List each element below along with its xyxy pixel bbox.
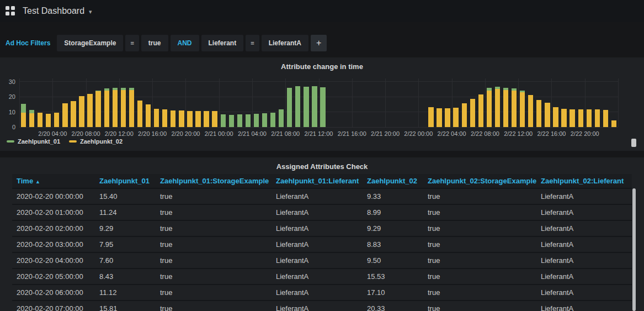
- table-header-cell[interactable]: Zaehlpunkt_02:Lieferant: [536, 174, 632, 188]
- chart-bar-Zaehlpunkt_02: [179, 110, 184, 127]
- chart-bar-Zaehlpunkt_02: [578, 109, 583, 127]
- table-cell: 7.95: [95, 236, 156, 252]
- table-cell: LieferantA: [536, 188, 632, 204]
- top-bar: Test Dashboard ▾: [0, 0, 644, 22]
- table-header-cell[interactable]: Zaehlpunkt_01:StorageExample: [156, 174, 272, 188]
- filter-key[interactable]: StorageExample: [57, 35, 123, 51]
- x-axis-tick-label: 2/21 00:00: [205, 130, 233, 137]
- filter-key[interactable]: Lieferant: [201, 35, 244, 51]
- adhoc-filter-bar: Ad Hoc Filters StorageExample=trueANDLie…: [6, 34, 644, 52]
- chart-bar-Zaehlpunkt_02: [520, 92, 525, 127]
- x-axis-tick-label: 2/21 08:00: [271, 130, 300, 137]
- chart-bar-Zaehlpunkt_02: [62, 103, 67, 127]
- table-cell: true: [423, 236, 536, 252]
- table-row: 2020-02-20 01:00:0011.24trueLieferantA8.…: [12, 204, 632, 220]
- chart-bar-Zaehlpunkt_02: [470, 99, 475, 127]
- table-header-cell[interactable]: Zaehlpunkt_01:Lieferant: [272, 174, 363, 188]
- chart-bar-Zaehlpunkt_01: [246, 114, 251, 127]
- table-cell: true: [156, 252, 272, 268]
- chart-panel-title[interactable]: Attribute change in time: [0, 57, 644, 71]
- table-cell: 8.99: [363, 204, 423, 220]
- v-gridline: [585, 78, 586, 127]
- chart-bar-Zaehlpunkt_02: [195, 111, 200, 127]
- table-cell: LieferantA: [272, 204, 363, 220]
- table-cell: 15.53: [363, 268, 423, 284]
- attributes-table: Time▲Zaehlpunkt_01Zaehlpunkt_01:StorageE…: [12, 174, 632, 311]
- chart-bar-Zaehlpunkt_01: [320, 87, 325, 127]
- table-cell: LieferantA: [272, 220, 363, 236]
- chart-bar-Zaehlpunkt_02: [437, 108, 441, 127]
- filter-operator[interactable]: =: [246, 35, 259, 51]
- filter-condition-operator[interactable]: AND: [171, 35, 199, 51]
- legend-series-label: Zaehlpunkt_01: [18, 138, 60, 145]
- v-gridline: [618, 78, 619, 127]
- chart-bar-Zaehlpunkt_02: [38, 113, 42, 127]
- chart-panel: Attribute change in time Zaehlpunkt_01Za…: [0, 57, 644, 151]
- table-cell: true: [423, 188, 536, 204]
- table-scrollbar-thumb[interactable]: [632, 188, 636, 311]
- table-panel: Assigned Attributes Check Time▲Zaehlpunk…: [0, 157, 644, 311]
- chart-bar-Zaehlpunkt_02: [462, 103, 467, 127]
- chart-bar-Zaehlpunkt_02: [95, 91, 100, 127]
- chart-bar-Zaehlpunkt_02: [503, 90, 508, 127]
- chart-bar-Zaehlpunkt_02: [204, 111, 209, 127]
- filter-operator[interactable]: =: [125, 35, 139, 51]
- legend-item-Zaehlpunkt_02[interactable]: Zaehlpunkt_02: [69, 138, 123, 145]
- table-header-cell[interactable]: Zaehlpunkt_02: [363, 174, 423, 188]
- table-row: 2020-02-20 07:00:0015.81trueLieferantA20…: [12, 301, 632, 311]
- chart-bar-Zaehlpunkt_02: [453, 108, 458, 127]
- apps-menu-icon[interactable]: [6, 6, 15, 16]
- v-gridline: [352, 78, 353, 127]
- table-cell: 2020-02-20 04:00:00: [12, 252, 95, 268]
- table-cell: 8.43: [95, 268, 156, 284]
- table-cell: 9.50: [363, 252, 423, 268]
- legend-item-Zaehlpunkt_01[interactable]: Zaehlpunkt_01: [7, 138, 60, 145]
- filter-value[interactable]: true: [141, 35, 168, 51]
- chart-bar-Zaehlpunkt_02: [445, 108, 450, 127]
- chart-bar-Zaehlpunkt_02: [129, 90, 134, 127]
- v-gridline: [319, 78, 320, 127]
- table-row: 2020-02-20 00:00:0015.40trueLieferantA9.…: [12, 188, 632, 204]
- table-cell: LieferantA: [536, 236, 632, 252]
- adhoc-filters-label: Ad Hoc Filters: [6, 39, 50, 47]
- chart-bar-Zaehlpunkt_02: [104, 91, 109, 127]
- filter-value[interactable]: LieferantA: [262, 35, 308, 51]
- table-cell: 17.10: [363, 284, 423, 301]
- table-cell: 9.29: [363, 220, 423, 236]
- dashboard-title[interactable]: Test Dashboard ▾: [23, 6, 92, 16]
- table-panel-title[interactable]: Assigned Attributes Check: [0, 157, 644, 171]
- add-filter-button[interactable]: +: [311, 35, 327, 51]
- chart-bar-Zaehlpunkt_02: [121, 90, 126, 127]
- x-axis-tick-label: 2/21 16:00: [338, 130, 366, 137]
- x-axis-tick-label: 2/21 20:00: [371, 130, 400, 137]
- table-header-cell[interactable]: Zaehlpunkt_02:StorageExample: [423, 174, 536, 188]
- table-header-cell[interactable]: Time▲: [12, 174, 95, 188]
- chart-bar-Zaehlpunkt_02: [154, 109, 159, 127]
- chart-bar-Zaehlpunkt_02: [171, 110, 175, 127]
- table-header-cell[interactable]: Zaehlpunkt_01: [95, 174, 156, 188]
- v-gridline: [185, 78, 186, 127]
- chart-scrollbar-thumb[interactable]: [631, 139, 636, 147]
- apps-menu-icon-square: [11, 12, 15, 15]
- chart-bar-Zaehlpunkt_02: [87, 94, 92, 128]
- table-cell: 9.33: [363, 188, 423, 204]
- chart-bar-Zaehlpunkt_01: [312, 86, 317, 127]
- table-cell: LieferantA: [272, 252, 363, 268]
- x-axis-tick-label: 2/22 00:00: [404, 130, 433, 137]
- table-cell: LieferantA: [536, 268, 632, 284]
- v-gridline: [385, 78, 386, 127]
- apps-menu-icon-square: [6, 6, 9, 10]
- table-cell: LieferantA: [272, 268, 363, 284]
- table-cell: 9.29: [95, 220, 156, 236]
- v-gridline: [485, 78, 486, 127]
- v-gridline: [152, 78, 153, 127]
- chart-bar-Zaehlpunkt_01: [229, 115, 234, 127]
- chart-bar-Zaehlpunkt_02: [187, 111, 192, 127]
- chart-bar-Zaehlpunkt_02: [553, 107, 558, 127]
- v-gridline: [219, 78, 220, 127]
- chart-bar-Zaehlpunkt_02: [528, 95, 533, 127]
- table-cell: true: [423, 268, 536, 284]
- table-cell: 15.81: [95, 301, 156, 311]
- table-cell: 2020-02-20 05:00:00: [12, 268, 95, 284]
- table-cell: 7.60: [95, 252, 156, 268]
